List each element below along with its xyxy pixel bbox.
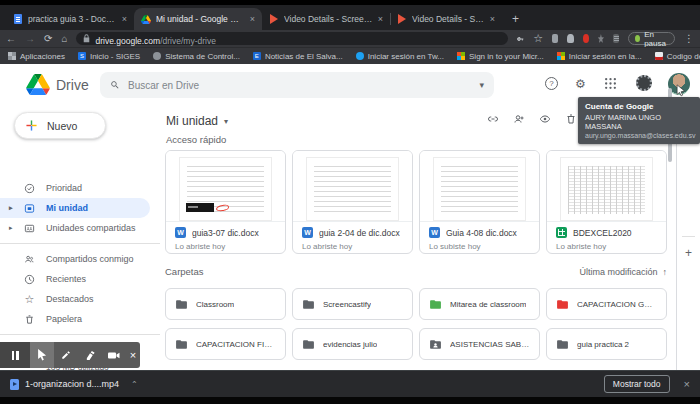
- forward-icon[interactable]: →: [25, 34, 35, 44]
- bookmark-noticias[interactable]: E Noticias de El Salva...: [253, 52, 343, 61]
- download-options-caret-icon[interactable]: ⌃: [131, 380, 138, 389]
- tooltip-title: Cuenta de Google: [585, 102, 693, 111]
- url-host: drive.google.com: [95, 36, 160, 46]
- bookmark-twitter[interactable]: Iniciar sesión en Tw...: [356, 52, 444, 61]
- video-file-icon: [10, 379, 19, 390]
- delete-trash-icon[interactable]: [565, 113, 577, 125]
- tooltip-account-email: aury.ungo.massana@clases.edu.sv: [585, 132, 693, 139]
- address-bar[interactable]: drive.google.com/drive/my-drive: [76, 32, 508, 45]
- extension-icon-1[interactable]: [552, 34, 558, 43]
- drive-search[interactable]: ▾: [100, 72, 494, 98]
- sort-direction-icon[interactable]: ↑: [663, 267, 668, 277]
- webcam-bubble-icon[interactable]: [636, 75, 652, 91]
- bookmark-star-icon[interactable]: ☆: [533, 33, 543, 44]
- browser-tab-screencastify-1[interactable]: Video Details - Screencastify ×: [262, 8, 390, 30]
- folder-item[interactable]: Screencastify: [292, 288, 413, 320]
- cursor-icon: [38, 349, 47, 361]
- home-icon[interactable]: ⌂: [61, 34, 67, 44]
- refresh-icon[interactable]: ⟳: [44, 34, 52, 44]
- sidebar-item-papelera[interactable]: Papelera: [0, 309, 160, 329]
- downloaded-file-chip[interactable]: 1-organizacion d....mp4 ⌃: [10, 379, 138, 390]
- browser-menu-icon[interactable]: ⋮: [684, 34, 694, 44]
- folder-icon: [556, 298, 569, 311]
- get-link-icon[interactable]: [487, 113, 499, 125]
- expand-arrow-icon[interactable]: ▸: [9, 224, 13, 232]
- shared-drives-icon: [24, 223, 35, 234]
- folder-item[interactable]: Classroom: [165, 288, 286, 320]
- sidebar-item-destacados[interactable]: ☆ Destacados: [0, 289, 160, 309]
- sort-control[interactable]: Última modificación ↑: [579, 267, 667, 277]
- activation-icon: [655, 52, 663, 60]
- close-toolbar-button[interactable]: ×: [126, 342, 140, 368]
- new-tab-button[interactable]: +: [512, 12, 519, 26]
- selection-toolbar: [487, 113, 577, 125]
- folder-icon: [175, 338, 188, 351]
- sidebar-item-recientes[interactable]: Recientes: [0, 269, 160, 289]
- search-options-caret-icon[interactable]: ▾: [479, 80, 484, 90]
- folder-item[interactable]: CAPACITACION GOOGLE ...: [546, 288, 667, 320]
- browser-tab-screencastify-2[interactable]: Video Details - Screencastify ×: [390, 8, 502, 30]
- trash-icon: [24, 314, 35, 325]
- file-card[interactable]: W guia 2-04 de dic.docx Lo abriste hoy: [292, 150, 413, 254]
- extension-icon-2[interactable]: [567, 34, 573, 43]
- browser-tab-drive-active[interactable]: Mi unidad - Google Drive ×: [134, 8, 262, 30]
- search-input[interactable]: [128, 80, 471, 91]
- title-caret-icon[interactable]: ▾: [224, 117, 228, 126]
- drive-sidebar: Nuevo Prioridad ▸ Mi unidad ▸ Unidades c…: [0, 106, 160, 370]
- screencastify-paused-badge[interactable]: En pausa: [628, 32, 675, 45]
- extension-icon-5[interactable]: [613, 34, 619, 43]
- back-icon[interactable]: ←: [6, 34, 16, 44]
- pen-icon: [61, 350, 71, 360]
- password-key-icon[interactable]: [517, 34, 524, 44]
- file-card[interactable]: BDEXCEL2020 Lo abriste hoy: [546, 150, 667, 254]
- folder-icon: [175, 298, 188, 311]
- bookmark-microsoft-2[interactable]: Iniciar sesión en la...: [557, 52, 642, 61]
- expand-arrow-icon[interactable]: ▸: [9, 204, 13, 212]
- tab-close-icon[interactable]: ×: [122, 14, 127, 24]
- bookmark-siges[interactable]: S Inicio - SIGES: [78, 52, 140, 61]
- tab-close-icon[interactable]: ×: [378, 14, 383, 24]
- highlighter-tool-button[interactable]: [78, 342, 102, 368]
- pause-button[interactable]: [0, 342, 30, 368]
- sidebar-item-mi-unidad[interactable]: ▸ Mi unidad: [0, 198, 150, 218]
- drive-app-name: Drive: [56, 77, 89, 93]
- bookmark-codigo[interactable]: Codigo de activacio...: [655, 52, 700, 61]
- webcam-tool-button[interactable]: [102, 342, 126, 368]
- cursor-tool-button[interactable]: [30, 342, 54, 368]
- folder-item[interactable]: guia practica 2: [546, 328, 667, 360]
- sidebar-item-prioridad[interactable]: Prioridad: [0, 178, 160, 198]
- preview-eye-icon[interactable]: [539, 113, 551, 125]
- share-add-person-icon[interactable]: [513, 113, 525, 125]
- bottom-letterbox: [0, 397, 700, 404]
- help-button[interactable]: ?: [545, 77, 558, 90]
- file-activity: Lo abriste hoy: [175, 242, 276, 251]
- starred-icon: ☆: [24, 294, 35, 305]
- close-download-bar-icon[interactable]: ×: [684, 378, 690, 390]
- pen-tool-button[interactable]: [54, 342, 78, 368]
- folder-name: guia practica 2: [577, 340, 629, 349]
- bookmark-apps[interactable]: Aplicaciones: [8, 52, 65, 61]
- settings-gear-icon[interactable]: ⚙: [575, 77, 586, 91]
- siges-icon: S: [78, 52, 86, 60]
- sidebar-item-unidades-compartidas[interactable]: ▸ Unidades compartidas: [0, 218, 160, 238]
- sidebar-item-compartidos-conmigo[interactable]: Compartidos conmigo: [0, 249, 160, 269]
- bookmark-microsoft-1[interactable]: Sign in to your Micr...: [457, 52, 544, 61]
- file-card[interactable]: W Guia 4-08 dic.docx Lo subiste hoy: [419, 150, 540, 254]
- folder-item[interactable]: Mitarea de classroom: [419, 288, 540, 320]
- folder-item-shared[interactable]: ASISTENCIAS SABADOS ...: [419, 328, 540, 360]
- extension-icon-3[interactable]: [583, 34, 589, 43]
- browser-tab-docs[interactable]: practica guia 3 - Documentos d... ×: [6, 8, 134, 30]
- bookmark-sistema-control[interactable]: Sistema de Control...: [153, 52, 240, 61]
- page-title[interactable]: Mi unidad ▾: [166, 114, 228, 128]
- add-addon-icon[interactable]: +: [685, 246, 692, 260]
- show-all-downloads-button[interactable]: Mostrar todo: [604, 375, 670, 393]
- google-apps-grid-icon[interactable]: [604, 77, 617, 90]
- tab-close-icon[interactable]: ×: [490, 14, 495, 24]
- folder-item[interactable]: CAPACITACION FIN DE A...: [165, 328, 286, 360]
- extension-icon-4[interactable]: [598, 34, 604, 43]
- tab-close-icon[interactable]: ×: [250, 14, 255, 24]
- new-button[interactable]: Nuevo: [14, 112, 106, 139]
- folder-item[interactable]: evidencias julio: [292, 328, 413, 360]
- file-card[interactable]: W guia3-07 dic.docx Lo abriste hoy: [165, 150, 286, 254]
- drive-logo[interactable]: [26, 74, 50, 95]
